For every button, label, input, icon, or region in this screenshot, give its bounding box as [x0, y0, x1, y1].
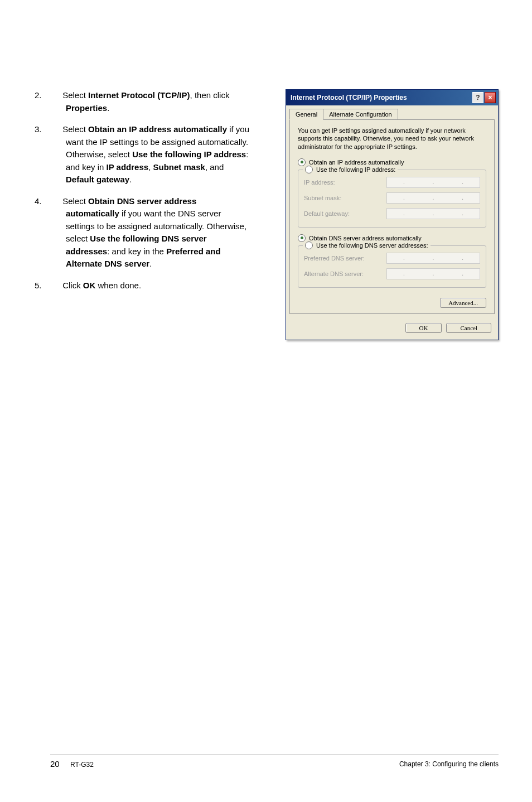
- radio-obtain-ip-auto-label: Obtain an IP address automatically: [309, 159, 404, 166]
- dialog-description: You can get IP settings assigned automat…: [298, 127, 486, 151]
- radio-use-following-dns-label: Use the following DNS server addresses:: [316, 242, 428, 249]
- radio-obtain-dns-auto-label: Obtain DNS server address automatically: [309, 235, 422, 241]
- advanced-button[interactable]: Advanced...: [440, 298, 486, 308]
- ip-address-input[interactable]: ...: [386, 177, 480, 188]
- tab-body-general: You can get IP settings assigned automat…: [289, 119, 495, 314]
- radio-obtain-ip-auto[interactable]: [298, 158, 306, 166]
- ip-address-label: IP address:: [304, 179, 382, 186]
- instruction-item: 2. Select Internet Protocol (TCP/IP), th…: [50, 89, 251, 114]
- dialog-titlebar: Internet Protocol (TCP/IP) Properties ? …: [286, 90, 498, 105]
- radio-use-following-dns[interactable]: [305, 241, 313, 249]
- tab-alternate-configuration[interactable]: Alternate Configuration: [323, 109, 398, 120]
- tcpip-properties-dialog: Internet Protocol (TCP/IP) Properties ? …: [286, 89, 499, 340]
- radio-obtain-dns-auto[interactable]: [298, 234, 306, 242]
- help-icon[interactable]: ?: [472, 92, 483, 103]
- page-footer: 20 RT-G32 Chapter 3: Configuring the cli…: [50, 754, 499, 769]
- page-number: 20: [50, 759, 60, 769]
- default-gateway-label: Default gateway:: [304, 210, 382, 217]
- dialog-tabs: General Alternate Configuration: [286, 105, 498, 120]
- footer-model: RT-G32: [70, 761, 94, 769]
- footer-chapter: Chapter 3: Configuring the clients: [399, 760, 499, 768]
- preferred-dns-label: Preferred DNS server:: [304, 255, 382, 262]
- instruction-item: 4. Select Obtain DNS server address auto…: [50, 195, 251, 270]
- instruction-list: 2. Select Internet Protocol (TCP/IP), th…: [50, 89, 251, 292]
- dialog-title: Internet Protocol (TCP/IP) Properties: [291, 94, 407, 102]
- radio-use-following-ip-label: Use the following IP address:: [316, 166, 395, 173]
- dns-manual-group: Use the following DNS server addresses: …: [298, 245, 486, 288]
- ok-button[interactable]: OK: [405, 323, 442, 333]
- close-icon[interactable]: ×: [485, 92, 496, 103]
- radio-use-following-ip[interactable]: [305, 166, 313, 173]
- alternate-dns-input[interactable]: ...: [386, 268, 480, 279]
- instruction-item: 5. Click OK when done.: [50, 279, 251, 292]
- cancel-button[interactable]: Cancel: [446, 323, 491, 333]
- ip-manual-group: Use the following IP address: IP address…: [298, 170, 486, 228]
- alternate-dns-label: Alternate DNS server:: [304, 270, 382, 277]
- subnet-mask-label: Subnet mask:: [304, 195, 382, 201]
- default-gateway-input[interactable]: ...: [386, 208, 480, 219]
- instruction-item: 3. Select Obtain an IP address automatic…: [50, 123, 251, 186]
- tab-general[interactable]: General: [289, 109, 323, 120]
- preferred-dns-input[interactable]: ...: [386, 253, 480, 264]
- subnet-mask-input[interactable]: ...: [386, 192, 480, 204]
- instruction-text: 2. Select Internet Protocol (TCP/IP), th…: [50, 89, 251, 340]
